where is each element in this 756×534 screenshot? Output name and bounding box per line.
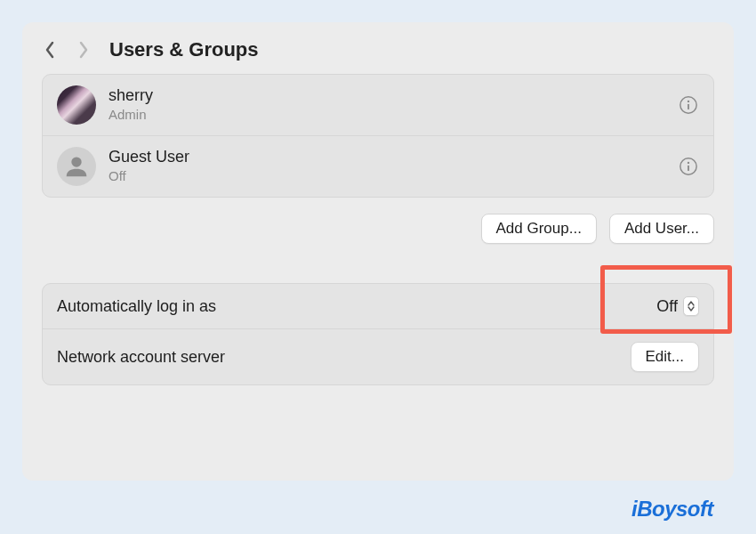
user-name: Guest User — [109, 148, 665, 167]
back-button[interactable] — [42, 42, 58, 58]
user-name: sherry — [109, 86, 665, 106]
panel-header: Users & Groups — [22, 22, 734, 74]
edit-button[interactable]: Edit... — [631, 342, 699, 372]
avatar-photo-icon — [57, 85, 96, 125]
user-info: Guest User Off — [109, 148, 665, 184]
user-role: Admin — [109, 106, 665, 124]
auto-login-label: Automatically log in as — [57, 297, 216, 316]
auto-login-row: Automatically log in as Off — [43, 284, 713, 328]
user-row-sherry[interactable]: sherry Admin — [43, 75, 713, 135]
guest-user-icon — [61, 151, 92, 182]
login-settings: Automatically log in as Off Network acco… — [42, 283, 714, 385]
auto-login-value: Off — [656, 297, 678, 316]
svg-rect-2 — [688, 104, 689, 109]
settings-panel: Users & Groups sherry Admin Guest User O… — [22, 22, 734, 481]
svg-point-3 — [71, 157, 81, 166]
chevron-up-down-icon — [683, 296, 699, 316]
add-user-button[interactable]: Add User... — [609, 214, 714, 244]
svg-rect-6 — [688, 166, 689, 171]
auto-login-select[interactable]: Off — [656, 296, 699, 316]
action-buttons: Add Group... Add User... — [22, 198, 734, 244]
user-role: Off — [109, 167, 665, 185]
add-group-button[interactable]: Add Group... — [481, 214, 597, 244]
users-list: sherry Admin Guest User Off — [42, 74, 714, 198]
user-row-guest[interactable]: Guest User Off — [43, 135, 713, 197]
avatar — [57, 147, 96, 186]
svg-point-1 — [688, 101, 689, 102]
info-button[interactable] — [678, 156, 699, 177]
page-title: Users & Groups — [109, 38, 259, 61]
svg-point-5 — [688, 162, 689, 164]
network-server-label: Network account server — [57, 348, 225, 367]
network-server-row: Network account server Edit... — [43, 328, 713, 384]
info-button[interactable] — [678, 94, 699, 116]
avatar — [57, 85, 96, 125]
user-info: sherry Admin — [109, 86, 665, 123]
watermark: iBoysoft — [631, 497, 713, 522]
forward-button[interactable] — [76, 42, 92, 58]
